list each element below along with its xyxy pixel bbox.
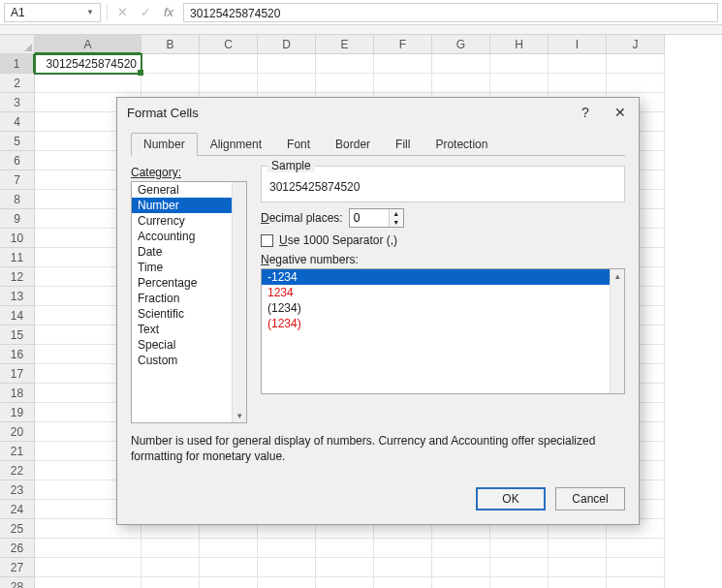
cell[interactable] xyxy=(141,577,200,588)
row-header[interactable]: 15 xyxy=(0,325,35,345)
row-header[interactable]: 14 xyxy=(0,306,35,325)
name-box[interactable]: A1 ▼ xyxy=(4,3,101,22)
cell[interactable] xyxy=(549,577,607,588)
cell[interactable] xyxy=(432,74,490,93)
category-item[interactable]: Date xyxy=(132,244,246,260)
cell[interactable] xyxy=(549,74,607,93)
column-header[interactable]: G xyxy=(432,35,490,54)
cell[interactable] xyxy=(374,577,432,588)
cancel-icon[interactable]: ✕ xyxy=(113,5,131,19)
row-header[interactable]: 17 xyxy=(0,364,35,384)
cell[interactable] xyxy=(607,539,665,558)
row-header[interactable]: 12 xyxy=(0,267,35,287)
row-header[interactable]: 5 xyxy=(0,132,35,151)
row-header[interactable]: 26 xyxy=(0,539,35,558)
row-header[interactable]: 20 xyxy=(0,422,35,442)
cell[interactable] xyxy=(258,558,316,577)
row-header[interactable]: 3 xyxy=(0,93,35,112)
cell[interactable] xyxy=(258,54,316,74)
cell[interactable] xyxy=(490,577,549,588)
row-header[interactable]: 22 xyxy=(0,461,35,480)
row-header[interactable]: 11 xyxy=(0,248,35,267)
cell[interactable] xyxy=(200,74,258,93)
cell[interactable] xyxy=(490,539,549,558)
category-item[interactable]: Number xyxy=(132,198,246,213)
cell[interactable] xyxy=(316,558,374,577)
cell[interactable] xyxy=(141,74,200,93)
cell[interactable] xyxy=(374,539,432,558)
cell[interactable]: 30125425874520 xyxy=(35,54,141,74)
column-header[interactable]: B xyxy=(141,35,200,54)
spinner-up[interactable]: ▲ xyxy=(390,209,403,218)
cell[interactable] xyxy=(549,539,607,558)
use-separator-checkbox[interactable]: Use 1000 Separator (,) xyxy=(261,233,625,247)
row-header[interactable]: 13 xyxy=(0,287,35,306)
fx-icon[interactable]: fx xyxy=(160,5,177,19)
cell[interactable] xyxy=(432,539,490,558)
column-header[interactable]: H xyxy=(490,35,549,54)
cell[interactable] xyxy=(607,74,665,93)
cell[interactable] xyxy=(200,558,258,577)
category-item[interactable]: Time xyxy=(132,260,246,275)
row-header[interactable]: 25 xyxy=(0,519,35,539)
cell[interactable] xyxy=(432,54,490,74)
category-item[interactable]: Currency xyxy=(132,213,246,229)
decimal-places-spinner[interactable]: ▲ ▼ xyxy=(349,208,404,228)
cell[interactable] xyxy=(35,558,141,577)
tab-alignment[interactable]: Alignment xyxy=(198,133,274,156)
row-header[interactable]: 24 xyxy=(0,500,35,519)
row-header[interactable]: 9 xyxy=(0,209,35,229)
cell[interactable] xyxy=(607,558,665,577)
category-list[interactable]: GeneralNumberCurrencyAccountingDateTimeP… xyxy=(131,181,247,423)
row-header[interactable]: 6 xyxy=(0,151,35,170)
category-item[interactable]: General xyxy=(132,182,246,198)
cell[interactable] xyxy=(432,558,490,577)
cell[interactable] xyxy=(316,74,374,93)
negative-number-option[interactable]: 1234 xyxy=(262,285,624,300)
cell[interactable] xyxy=(258,539,316,558)
scrollbar[interactable] xyxy=(610,269,624,393)
column-header[interactable]: D xyxy=(258,35,316,54)
spinner-down[interactable]: ▼ xyxy=(390,218,403,227)
row-header[interactable]: 7 xyxy=(0,170,35,190)
category-item[interactable]: Custom xyxy=(132,353,246,368)
row-header[interactable]: 21 xyxy=(0,442,35,461)
row-header[interactable]: 16 xyxy=(0,345,35,364)
category-item[interactable]: Text xyxy=(132,322,246,337)
column-header[interactable]: E xyxy=(316,35,374,54)
cell[interactable] xyxy=(316,577,374,588)
row-header[interactable]: 18 xyxy=(0,384,35,403)
cell[interactable] xyxy=(200,54,258,74)
negative-number-option[interactable]: (1234) xyxy=(262,300,624,316)
negative-number-option[interactable]: (1234) xyxy=(262,316,624,331)
category-item[interactable]: Percentage xyxy=(132,275,246,291)
close-button[interactable]: ✕ xyxy=(612,104,629,121)
cell[interactable] xyxy=(374,558,432,577)
cell[interactable] xyxy=(490,74,549,93)
formula-input[interactable]: 30125425874520 xyxy=(183,3,718,22)
cell[interactable] xyxy=(35,74,141,93)
category-item[interactable]: Fraction xyxy=(132,291,246,306)
column-header[interactable]: F xyxy=(374,35,432,54)
tab-fill[interactable]: Fill xyxy=(383,133,423,156)
negative-numbers-list[interactable]: -12341234(1234)(1234) xyxy=(261,268,625,394)
cell[interactable] xyxy=(432,577,490,588)
row-header[interactable]: 4 xyxy=(0,112,35,132)
cell[interactable] xyxy=(374,74,432,93)
cell[interactable] xyxy=(607,54,665,74)
cell[interactable] xyxy=(200,539,258,558)
negative-number-option[interactable]: -1234 xyxy=(262,269,624,285)
column-header[interactable]: J xyxy=(607,35,665,54)
row-header[interactable]: 28 xyxy=(0,577,35,588)
cell[interactable] xyxy=(316,54,374,74)
cell[interactable] xyxy=(316,539,374,558)
tab-number[interactable]: Number xyxy=(131,133,198,156)
row-header[interactable]: 27 xyxy=(0,558,35,577)
cell[interactable] xyxy=(549,54,607,74)
row-header[interactable]: 8 xyxy=(0,190,35,209)
row-header[interactable]: 10 xyxy=(0,229,35,248)
cell[interactable] xyxy=(490,54,549,74)
column-header[interactable]: A xyxy=(35,35,141,54)
cell[interactable] xyxy=(141,539,200,558)
column-header[interactable]: I xyxy=(549,35,607,54)
